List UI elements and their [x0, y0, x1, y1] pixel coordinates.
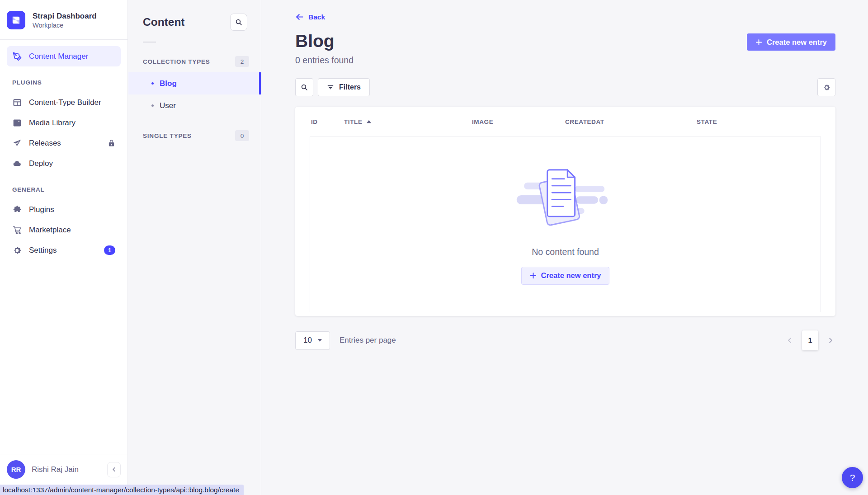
subnav-item-blog[interactable]: Blog: [128, 72, 261, 94]
brand-text: Strapi Dashboard Workplace: [33, 11, 97, 29]
feather-pen-icon: [12, 52, 22, 61]
workspace-name: Workplace: [33, 22, 97, 29]
image-icon: [12, 118, 22, 128]
next-page-button[interactable]: [826, 335, 835, 345]
sidebar-item-label: Settings: [29, 246, 57, 255]
sidebar-item-content-manager[interactable]: Content Manager: [7, 46, 121, 66]
subnav-item-label: User: [160, 101, 176, 110]
subnav-title: Content: [143, 16, 185, 28]
chevron-left-icon: [112, 467, 117, 472]
bullet-icon: [151, 104, 154, 107]
subnav-item-label: Blog: [160, 79, 177, 88]
sidebar-item-deploy[interactable]: Deploy: [7, 153, 121, 174]
collection-types-label: COLLECTION TYPES: [143, 58, 210, 65]
sidebar-item-content-type-builder[interactable]: Content-Type Builder: [7, 92, 121, 113]
puzzle-icon: [12, 205, 22, 215]
create-entry-label: Create new entry: [767, 38, 827, 47]
bullet-icon: [151, 82, 154, 85]
search-icon: [301, 84, 308, 91]
gear-icon: [823, 84, 830, 91]
plus-icon: [755, 39, 762, 46]
entries-table: ID TITLE IMAGE CREATEDAT STATE: [295, 107, 835, 316]
help-button[interactable]: ?: [842, 467, 863, 488]
sidebar-item-plugins[interactable]: Plugins: [7, 199, 121, 220]
sort-asc-icon: [367, 120, 371, 123]
chevron-left-icon: [787, 337, 793, 344]
sidebar-item-label: Deploy: [29, 159, 53, 168]
sidebar-item-media-library[interactable]: Media Library: [7, 113, 121, 133]
collection-types-count-badge: 2: [235, 56, 249, 67]
gear-icon: [12, 245, 22, 255]
strapi-logo-icon: [7, 11, 25, 29]
avatar: RR: [7, 460, 25, 479]
sidebar-item-marketplace[interactable]: Marketplace: [7, 220, 121, 240]
cart-icon: [12, 225, 22, 235]
subnav-item-user[interactable]: User: [128, 94, 261, 117]
entries-count: 0 entries found: [295, 54, 354, 66]
filters-button[interactable]: Filters: [318, 78, 370, 96]
page-title-block: Blog 0 entries found: [295, 30, 354, 66]
nav-section-plugins: PLUGINS: [12, 79, 115, 86]
table-search-button[interactable]: [295, 78, 313, 96]
sidebar-item-label: Content Manager: [29, 52, 88, 61]
column-header-title-label: TITLE: [344, 118, 363, 125]
page-number-button[interactable]: 1: [802, 330, 818, 350]
back-link[interactable]: Back: [295, 13, 325, 21]
settings-notification-badge: 1: [104, 245, 115, 255]
brand-header[interactable]: Strapi Dashboard Workplace: [0, 0, 127, 40]
empty-state-text: No content found: [532, 247, 599, 257]
sidebar-item-label: Content-Type Builder: [29, 98, 101, 107]
user-name: Rishi Raj Jain: [32, 465, 79, 474]
layout-icon: [12, 98, 22, 108]
app-title: Strapi Dashboard: [33, 11, 97, 21]
subnav-search-button[interactable]: [230, 14, 247, 31]
table-header-row: ID TITLE IMAGE CREATEDAT STATE: [295, 107, 835, 137]
empty-create-entry-label: Create new entry: [541, 271, 601, 280]
collapse-sidebar-button[interactable]: [107, 462, 121, 477]
paper-plane-icon: [12, 138, 22, 148]
single-types-count-badge: 0: [235, 130, 249, 141]
pagination: 10 Entries per page 1: [262, 330, 868, 350]
sidebar-item-label: Media Library: [29, 118, 75, 127]
filters-label: Filters: [339, 83, 361, 91]
chevron-right-icon: [827, 337, 834, 344]
column-header-id[interactable]: ID: [311, 118, 344, 125]
sidebar-item-settings[interactable]: Settings 1: [7, 240, 121, 260]
page-size-select[interactable]: 10: [295, 331, 330, 350]
previous-page-button[interactable]: [785, 335, 795, 345]
filter-icon: [327, 84, 334, 91]
page-size-label: Entries per page: [340, 336, 396, 345]
sidebar-item-label: Plugins: [29, 205, 54, 214]
content-subnav: Content COLLECTION TYPES 2 Blog User SIN…: [128, 0, 261, 495]
status-bar-url: localhost:1337/admin/content-manager/col…: [0, 485, 244, 495]
arrow-left-icon: [295, 13, 304, 21]
column-header-createdat[interactable]: CREATEDAT: [565, 118, 697, 125]
create-entry-button[interactable]: Create new entry: [747, 33, 835, 51]
lock-icon: [108, 139, 115, 147]
page-title: Blog: [295, 30, 354, 52]
page-size-value: 10: [303, 336, 312, 345]
back-label: Back: [308, 13, 325, 21]
view-settings-button[interactable]: [817, 78, 835, 96]
caret-down-icon: [318, 339, 322, 342]
cloud-icon: [12, 159, 22, 169]
search-icon: [235, 19, 242, 26]
column-header-title[interactable]: TITLE: [344, 118, 472, 125]
subnav-divider: [143, 42, 156, 42]
main-sidebar: Strapi Dashboard Workplace Content Manag…: [0, 0, 128, 495]
empty-create-entry-button[interactable]: Create new entry: [521, 267, 610, 285]
column-header-state[interactable]: STATE: [697, 118, 820, 125]
empty-state: No content found Create new entry: [310, 137, 821, 312]
plus-icon: [530, 272, 537, 279]
empty-documents-illustration: [512, 165, 618, 232]
single-types-label: SINGLE TYPES: [143, 132, 192, 139]
sidebar-item-label: Releases: [29, 139, 61, 148]
column-header-image[interactable]: IMAGE: [472, 118, 565, 125]
nav-section-general: GENERAL: [12, 186, 115, 193]
user-menu[interactable]: RR Rishi Raj Jain: [0, 454, 127, 485]
sidebar-item-label: Marketplace: [29, 226, 71, 235]
sidebar-item-releases[interactable]: Releases: [7, 133, 121, 153]
main-content: Back Blog 0 entries found Create new ent…: [262, 0, 868, 495]
